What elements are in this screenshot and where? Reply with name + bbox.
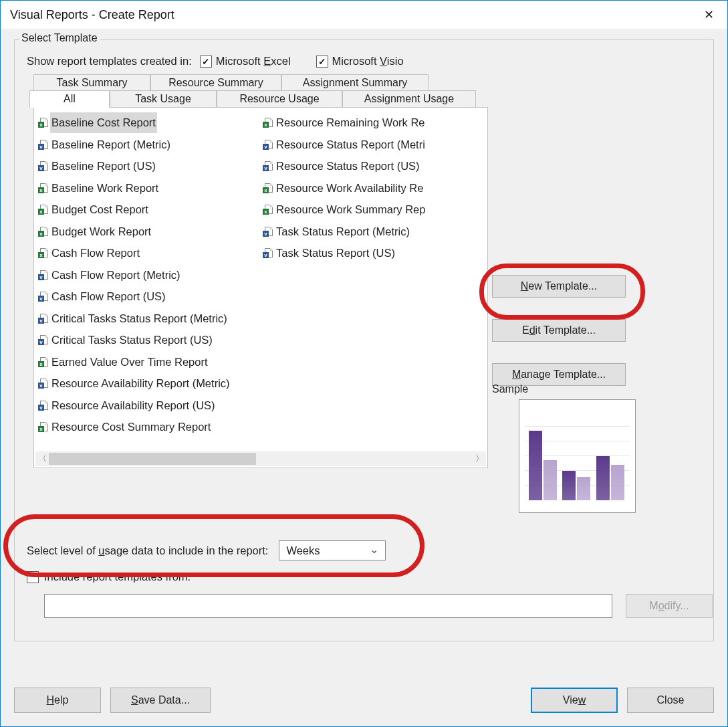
tab-resource-summary[interactable]: Resource Summary bbox=[150, 74, 281, 91]
template-item[interactable]: vBaseline Report (Metric) bbox=[38, 134, 263, 156]
usage-level-row: Select level of usage data to include in… bbox=[27, 540, 386, 560]
help-button[interactable]: Help bbox=[14, 688, 101, 713]
template-item[interactable]: xBudget Work Report bbox=[38, 221, 263, 243]
template-list[interactable]: xBaseline Cost ReportvBaseline Report (M… bbox=[33, 107, 488, 468]
visio-file-icon: v bbox=[38, 291, 49, 302]
template-item[interactable]: xBaseline Work Report bbox=[38, 177, 263, 199]
scroll-thumb[interactable] bbox=[49, 453, 256, 465]
excel-file-icon: x bbox=[263, 183, 273, 193]
include-path-input[interactable] bbox=[44, 594, 612, 618]
title-bar: Visual Reports - Create Report ✕ bbox=[1, 1, 727, 29]
template-item[interactable]: vBaseline Report (US) bbox=[38, 155, 263, 177]
visio-file-icon: v bbox=[38, 313, 49, 324]
template-item-label: Baseline Work Report bbox=[50, 178, 160, 199]
include-path-row: Modify... bbox=[44, 594, 713, 618]
tab-task-summary[interactable]: Task Summary bbox=[33, 74, 150, 91]
template-item-label: Resource Availability Report (US) bbox=[50, 395, 217, 416]
edit-template-button[interactable]: Edit Template... bbox=[492, 319, 626, 342]
template-item[interactable]: xResource Work Summary Rep bbox=[263, 199, 487, 221]
excel-file-icon: x bbox=[38, 117, 49, 128]
template-item[interactable]: vCritical Tasks Status Report (Metric) bbox=[38, 308, 263, 330]
visio-file-icon: v bbox=[263, 247, 273, 258]
tab-row-1: Task Summary Resource Summary Assignment… bbox=[33, 74, 701, 91]
sample-area: Sample bbox=[492, 383, 659, 513]
template-item-label: Earned Value Over Time Report bbox=[50, 352, 209, 373]
template-item-label: Resource Remaining Work Re bbox=[275, 112, 427, 133]
scroll-right-icon[interactable]: 〉 bbox=[473, 451, 486, 466]
close-icon[interactable]: ✕ bbox=[699, 6, 719, 23]
template-item[interactable]: xResource Remaining Work Re bbox=[263, 112, 487, 134]
checkbox-icon bbox=[200, 56, 212, 68]
checkbox-icon bbox=[316, 56, 328, 68]
tab-assignment-usage[interactable]: Assignment Usage bbox=[342, 90, 476, 107]
excel-file-icon: x bbox=[38, 421, 49, 432]
template-item[interactable]: vResource Status Report (US) bbox=[263, 155, 487, 177]
save-data-button[interactable]: Save Data... bbox=[110, 688, 211, 713]
template-item-label: Resource Status Report (Metri bbox=[275, 134, 427, 155]
usage-level-label: Select level of usage data to include in… bbox=[27, 544, 268, 557]
visio-file-icon: v bbox=[263, 161, 273, 171]
tab-all[interactable]: All bbox=[29, 90, 110, 108]
template-item[interactable]: xBudget Cost Report bbox=[38, 199, 263, 221]
visio-file-icon: v bbox=[263, 226, 273, 237]
template-item-label: Resource Work Availability Re bbox=[275, 178, 424, 199]
modify-button: Modify... bbox=[626, 594, 713, 618]
template-item[interactable]: vTask Status Report (US) bbox=[263, 242, 487, 264]
template-item[interactable]: vCash Flow Report (US) bbox=[38, 286, 263, 308]
visual-reports-dialog: Visual Reports - Create Report ✕ Select … bbox=[0, 0, 728, 727]
template-item-label: Resource Availability Report (Metric) bbox=[50, 373, 231, 394]
template-item-label: Budget Cost Report bbox=[50, 199, 150, 220]
template-item[interactable]: vTask Status Report (Metric) bbox=[263, 221, 487, 243]
view-button[interactable]: View bbox=[531, 688, 618, 713]
template-item-label: Critical Tasks Status Report (US) bbox=[50, 330, 214, 350]
sample-preview bbox=[519, 399, 636, 513]
template-item-label: Resource Cost Summary Report bbox=[50, 417, 212, 437]
visio-file-icon: v bbox=[38, 400, 49, 411]
visio-file-icon: v bbox=[38, 161, 49, 171]
template-item[interactable]: xResource Work Availability Re bbox=[263, 177, 487, 199]
visio-file-icon: v bbox=[38, 334, 49, 345]
template-item-label: Cash Flow Report (Metric) bbox=[50, 265, 182, 286]
template-item[interactable]: vResource Status Report (Metri bbox=[263, 134, 487, 156]
template-item-label: Cash Flow Report (US) bbox=[50, 286, 167, 307]
template-item[interactable]: vResource Availability Report (Metric) bbox=[38, 373, 263, 395]
template-item-label: Budget Work Report bbox=[50, 221, 152, 242]
template-item-label: Critical Tasks Status Report (Metric) bbox=[50, 308, 229, 329]
template-item[interactable]: xEarned Value Over Time Report bbox=[38, 351, 263, 373]
close-button[interactable]: Close bbox=[627, 688, 714, 713]
visio-file-icon: v bbox=[38, 270, 49, 280]
template-item-label: Task Status Report (US) bbox=[275, 243, 396, 264]
template-item[interactable]: vCash Flow Report (Metric) bbox=[38, 264, 263, 286]
tab-row-2: All Task Usage Resource Usage Assignment… bbox=[33, 90, 701, 107]
usage-level-select[interactable]: Weeks bbox=[279, 540, 386, 560]
template-item[interactable]: xResource Cost Summary Report bbox=[38, 416, 263, 438]
visio-file-icon: v bbox=[38, 378, 49, 389]
excel-file-icon: x bbox=[38, 247, 49, 258]
new-template-button[interactable]: New Template... bbox=[492, 275, 626, 298]
sample-label: Sample bbox=[492, 383, 659, 395]
excel-file-icon: x bbox=[38, 356, 49, 367]
horizontal-scrollbar[interactable]: 〈 〉 bbox=[35, 451, 486, 466]
template-item[interactable]: xCash Flow Report bbox=[38, 242, 263, 264]
filter-label: Show report templates created in: bbox=[27, 55, 192, 68]
tab-assignment-summary[interactable]: Assignment Summary bbox=[281, 74, 429, 91]
template-item[interactable]: vResource Availability Report (US) bbox=[38, 395, 263, 417]
template-item-label: Baseline Report (Metric) bbox=[50, 134, 172, 155]
excel-checkbox[interactable]: Microsoft Excel bbox=[200, 55, 291, 68]
visio-file-icon: v bbox=[38, 139, 49, 150]
side-actions: New Template... Edit Template... Manage … bbox=[492, 275, 626, 386]
fieldset-legend: Select Template bbox=[19, 32, 100, 44]
template-item-label: Resource Status Report (US) bbox=[275, 156, 421, 177]
scroll-track[interactable] bbox=[49, 451, 473, 466]
include-templates-checkbox[interactable] bbox=[27, 571, 39, 583]
visio-checkbox[interactable]: Microsoft Visio bbox=[316, 55, 404, 68]
sample-chart bbox=[525, 405, 630, 507]
scroll-left-icon[interactable]: 〈 bbox=[35, 451, 49, 466]
tab-resource-usage[interactable]: Resource Usage bbox=[217, 90, 342, 107]
manage-template-button[interactable]: Manage Template... bbox=[492, 363, 626, 386]
tab-task-usage[interactable]: Task Usage bbox=[110, 90, 217, 107]
template-item[interactable]: vCritical Tasks Status Report (US) bbox=[38, 329, 263, 351]
excel-file-icon: x bbox=[38, 226, 49, 237]
template-item[interactable]: xBaseline Cost Report bbox=[38, 112, 263, 134]
footer-buttons: Help Save Data... View Close bbox=[14, 688, 714, 713]
